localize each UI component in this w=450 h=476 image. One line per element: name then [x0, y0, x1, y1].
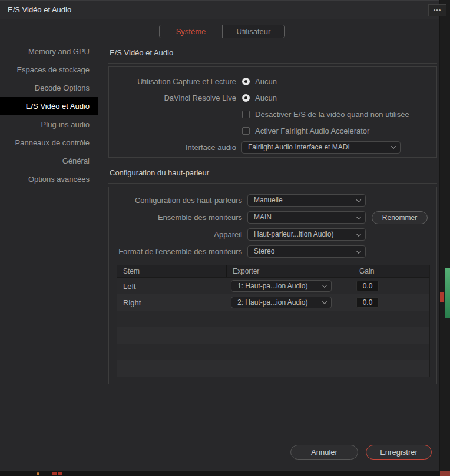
rename-button[interactable]: Renommer	[372, 211, 428, 224]
chevron-down-icon	[356, 248, 361, 253]
timeline-marker-red	[58, 472, 62, 475]
tab-systeme[interactable]: Système	[160, 25, 222, 38]
table-row-empty	[117, 360, 429, 377]
resolve-live-row: DaVinci Resolve Live Aucun	[109, 89, 436, 106]
chevron-down-icon	[322, 283, 327, 288]
sidebar-item-options-avancees[interactable]: Options avancées	[0, 170, 98, 188]
monitor-set-label: Ensemble des moniteurs	[109, 213, 242, 222]
stem-name: Left	[117, 282, 226, 291]
audio-interface-dropdown[interactable]: Fairlight Audio Interface et MADI	[241, 141, 401, 154]
io-section-title: E/S Vidéo et Audio	[108, 44, 437, 64]
disable-video-io-checkbox[interactable]	[242, 111, 250, 118]
disable-video-io-label: Désactiver E/S de la vidéo quand non uti…	[255, 110, 409, 119]
sidebar-item-panneaux-de-controle[interactable]: Panneaux de contrôle	[0, 134, 98, 152]
sidebar-item-plug-ins-audio[interactable]: Plug-ins audio	[0, 115, 98, 134]
background-app-strip	[440, 0, 450, 471]
fairlight-accelerator-checkbox[interactable]	[242, 127, 250, 135]
chevron-down-icon	[356, 231, 361, 236]
capture-playback-radio-aucun[interactable]	[242, 78, 250, 85]
audio-interface-value: Fairlight Audio Interface et MADI	[248, 143, 350, 151]
tab-utilisateur[interactable]: Utilisateur	[222, 25, 284, 38]
speaker-config-label: Configuration des haut-parleurs	[109, 196, 242, 205]
timeline-marker-red-corner	[440, 471, 450, 476]
monitor-format-row: Format de l'ensemble des moniteurs Stere…	[109, 243, 436, 260]
table-row-empty	[117, 311, 429, 327]
device-value: Haut-parleur...ition Audio)	[254, 230, 333, 238]
sidebar-item-es-video-et-audio[interactable]: E/S Vidéo et Audio	[0, 97, 98, 115]
gain-input-right[interactable]: 0.0	[356, 297, 379, 308]
monitor-set-row: Ensemble des moniteurs MAIN Renommer	[109, 209, 436, 226]
monitor-format-label: Format de l'ensemble des moniteurs	[109, 247, 242, 256]
export-dropdown-left[interactable]: 1: Haut-pa...ion Audio)	[231, 280, 332, 292]
capture-playback-label: Utilisation Capture et Lecture	[109, 77, 236, 86]
speaker-panel: Configuration des haut-parleurs Manuelle…	[108, 187, 437, 384]
table-row-empty	[117, 344, 429, 360]
export-value-right: 2: Haut-pa...ion Audio)	[237, 298, 307, 307]
sidebar-item-general[interactable]: Général	[0, 152, 98, 170]
dialog-titlebar: E/S Vidéo et Audio	[0, 0, 439, 19]
column-header-stem: Stem	[117, 265, 226, 277]
stem-table-header: Stem Exporter Gain	[117, 265, 429, 278]
dialog-footer: Annuler Enregistrer	[290, 445, 432, 460]
monitor-format-value: Stereo	[254, 247, 274, 255]
sidebar-item-memory-and-gpu[interactable]: Memory and GPU	[0, 42, 98, 61]
io-panel: Utilisation Capture et Lecture Aucun DaV…	[108, 66, 437, 158]
audio-interface-row: Interface audio Fairlight Audio Interfac…	[109, 139, 436, 155]
resolve-live-value: Aucun	[255, 94, 277, 102]
capture-playback-row: Utilisation Capture et Lecture Aucun	[109, 73, 436, 89]
audio-interface-label: Interface audio	[109, 143, 236, 152]
audio-meter-green	[445, 268, 450, 318]
table-row-right: Right 2: Haut-pa...ion Audio) 0.0	[117, 294, 429, 311]
audio-meter-red	[440, 292, 444, 302]
export-dropdown-right[interactable]: 2: Haut-pa...ion Audio)	[231, 297, 332, 308]
table-row-left: Left 1: Haut-pa...ion Audio) 0.0	[117, 278, 429, 294]
monitor-set-value: MAIN	[254, 213, 272, 221]
dialog-title: E/S Vidéo et Audio	[0, 5, 71, 14]
device-row: Appareil Haut-parleur...ition Audio)	[109, 226, 436, 243]
speaker-config-dropdown[interactable]: Manuelle	[247, 194, 366, 207]
chevron-down-icon	[356, 197, 361, 202]
gain-input-left[interactable]: 0.0	[356, 281, 379, 291]
capture-playback-value: Aucun	[255, 77, 277, 86]
resolve-live-radio-aucun[interactable]	[242, 94, 250, 102]
column-header-exporter: Exporter	[226, 265, 353, 277]
table-row-empty	[117, 327, 429, 344]
sidebar-item-espaces-de-stockage[interactable]: Espaces de stockage	[0, 61, 98, 79]
monitor-set-dropdown[interactable]: MAIN	[247, 211, 366, 224]
save-button[interactable]: Enregistrer	[366, 445, 432, 460]
settings-tabs: Système Utilisateur	[159, 25, 285, 38]
timeline-marker-orange	[37, 472, 39, 475]
sidebar-item-decode-options[interactable]: Decode Options	[0, 79, 98, 97]
disable-video-io-row: Désactiver E/S de la vidéo quand non uti…	[109, 106, 436, 122]
timeline-marker-red	[52, 472, 57, 475]
device-dropdown[interactable]: Haut-parleur...ition Audio)	[247, 228, 366, 241]
stem-name: Right	[117, 298, 226, 307]
cancel-button[interactable]: Annuler	[290, 445, 358, 460]
chevron-down-icon	[322, 299, 327, 304]
fairlight-accelerator-row: Activer Fairlight Audio Accelerator	[109, 122, 436, 139]
chevron-down-icon	[391, 144, 396, 149]
settings-content: E/S Vidéo et Audio Utilisation Capture e…	[108, 44, 437, 384]
settings-sidebar: Memory and GPU Espaces de stockage Decod…	[0, 42, 98, 188]
settings-dialog: E/S Vidéo et Audio Système Utilisateur M…	[0, 0, 439, 471]
speaker-config-value: Manuelle	[254, 196, 283, 204]
resolve-live-label: DaVinci Resolve Live	[109, 94, 236, 102]
background-bottom-strip	[0, 471, 450, 476]
overflow-menu-button[interactable]: •••	[428, 4, 446, 16]
stem-table: Stem Exporter Gain Left 1: Haut-pa...ion…	[117, 265, 430, 377]
fairlight-accelerator-label: Activer Fairlight Audio Accelerator	[255, 127, 369, 135]
column-header-gain: Gain	[353, 265, 429, 277]
speaker-section-title: Configuration du haut-parleur	[108, 158, 437, 184]
monitor-format-dropdown[interactable]: Stereo	[247, 245, 366, 258]
device-label: Appareil	[109, 230, 242, 239]
chevron-down-icon	[356, 214, 361, 219]
export-value-left: 1: Haut-pa...ion Audio)	[237, 282, 307, 290]
speaker-config-row: Configuration des haut-parleurs Manuelle	[109, 192, 436, 209]
